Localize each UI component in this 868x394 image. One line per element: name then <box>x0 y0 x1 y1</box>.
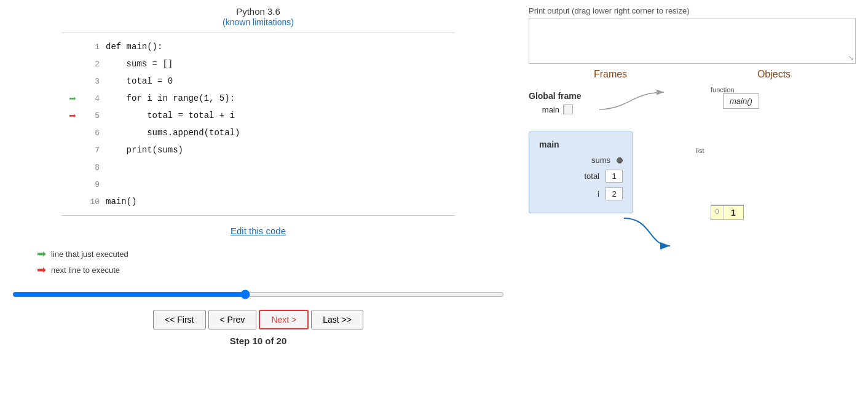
known-limitations-link[interactable]: (known limitations) <box>223 17 294 27</box>
list-index-0: 0 <box>711 206 724 219</box>
print-output-label: Print output (drag lower right corner to… <box>529 6 856 15</box>
global-frame-area: Global frame main <box>529 86 692 122</box>
sums-pointer <box>617 157 623 164</box>
code-text-7: print(sums) <box>106 145 183 155</box>
frames-title: Frames <box>529 69 692 80</box>
code-text-1: def main(): <box>106 42 162 52</box>
legend: ➡ line that just executed ➡ next line to… <box>37 247 128 279</box>
line-number-6: 6 <box>84 128 106 138</box>
code-line-9: 9 <box>61 176 455 193</box>
var-val-total: 1 <box>606 170 623 183</box>
code-text-4: for i in range(1, 5): <box>106 93 235 103</box>
red-arrow-5: ➡ <box>69 108 76 124</box>
code-line-5: ➡5 total = total + i <box>61 107 455 124</box>
slider-container <box>12 289 504 302</box>
main-frame-title: main <box>539 140 623 149</box>
arrow-cell-4: ➡ <box>61 91 84 106</box>
code-line-1: 1def main(): <box>61 38 455 55</box>
line-number-5: 5 <box>84 111 106 120</box>
line-number-4: 4 <box>84 94 106 103</box>
code-text-2: sums = [] <box>106 59 173 69</box>
left-panel: Python 3.6 (known limitations) 1def main… <box>0 0 516 394</box>
code-block: 1def main():2 sums = []3 total = 0➡4 for… <box>61 33 455 216</box>
step-label: Step 10 of 20 <box>230 336 287 346</box>
pointer-dot-sums <box>617 157 623 164</box>
function-box: main() <box>723 93 759 109</box>
code-line-3: 3 total = 0 <box>61 73 455 90</box>
code-header: Python 3.6 (known limitations) <box>223 6 294 28</box>
main-container: Python 3.6 (known limitations) 1def main… <box>0 0 868 394</box>
code-text-10: main() <box>106 197 136 207</box>
line-number-8: 8 <box>84 163 106 172</box>
first-button[interactable]: << First <box>153 310 205 329</box>
list-box-area: list 0 1 <box>692 146 856 220</box>
list-label: list <box>692 146 856 156</box>
code-text-3: total = 0 <box>106 76 173 86</box>
red-arrow-icon: ➡ <box>37 263 46 277</box>
legend-red: ➡ next line to execute <box>37 263 128 277</box>
python-version-title: Python 3.6 <box>223 6 294 17</box>
code-line-7: 7 print(sums) <box>61 141 455 159</box>
code-text-5: total = total + i <box>106 111 235 120</box>
line-number-10: 10 <box>84 197 106 207</box>
frame-row-i: i 2 <box>539 187 623 200</box>
function-box-area: function main() <box>711 86 759 109</box>
line-number-1: 1 <box>84 42 106 52</box>
frames-objects: Frames Global frame main main sums <box>529 69 856 220</box>
green-arrow-icon: ➡ <box>37 247 46 261</box>
list-val-0: 1 <box>724 206 743 219</box>
var-name-total: total <box>584 171 599 181</box>
line-number-3: 3 <box>84 77 106 86</box>
legend-red-label: next line to execute <box>51 266 120 275</box>
objects-section: Objects function main() list 0 1 <box>692 69 856 220</box>
legend-green: ➡ line that just executed <box>37 247 128 261</box>
code-line-8: 8 <box>61 159 455 176</box>
function-name: main() <box>730 97 752 106</box>
function-label: function <box>711 86 759 93</box>
arrow-cell-5: ➡ <box>61 108 84 124</box>
code-line-2: 2 sums = [] <box>61 55 455 73</box>
code-line-10: 10main() <box>61 193 455 210</box>
code-line-6: 6 sums.append(total) <box>61 124 455 141</box>
step-slider[interactable] <box>12 289 504 300</box>
frame-row-total: total 1 <box>539 170 623 183</box>
global-frame-label: Global frame <box>529 91 692 101</box>
next-button[interactable]: Next > <box>259 310 309 329</box>
frame-row-sums: sums <box>539 156 623 165</box>
var-name-i: i <box>598 189 599 199</box>
var-val-i: 2 <box>606 187 623 200</box>
var-name-sums: sums <box>591 156 610 165</box>
green-arrow-4: ➡ <box>69 91 76 106</box>
code-line-4: ➡4 for i in range(1, 5): <box>61 90 455 107</box>
line-number-7: 7 <box>84 146 106 155</box>
global-frame-row: main <box>529 104 692 114</box>
list-box: 0 1 <box>711 205 744 220</box>
line-number-9: 9 <box>84 180 106 189</box>
list-row-0: 0 1 <box>711 205 743 219</box>
frames-section: Frames Global frame main main sums <box>529 69 692 220</box>
print-output-box: ↘ <box>529 18 856 64</box>
nav-buttons: << First < Prev Next > Last >> <box>153 310 363 329</box>
objects-title: Objects <box>692 69 856 80</box>
last-button[interactable]: Last >> <box>311 310 363 329</box>
global-main-var: main <box>529 105 559 114</box>
legend-green-label: line that just executed <box>51 250 128 259</box>
prev-button[interactable]: < Prev <box>208 310 257 329</box>
resize-icon: ↘ <box>848 53 854 62</box>
edit-code-link[interactable]: Edit this code <box>231 226 286 236</box>
main-frame-box: main sums total 1 i 2 <box>529 132 633 213</box>
code-text-6: sums.append(total) <box>106 128 240 138</box>
line-number-2: 2 <box>84 60 106 69</box>
right-panel: Print output (drag lower right corner to… <box>516 0 868 394</box>
